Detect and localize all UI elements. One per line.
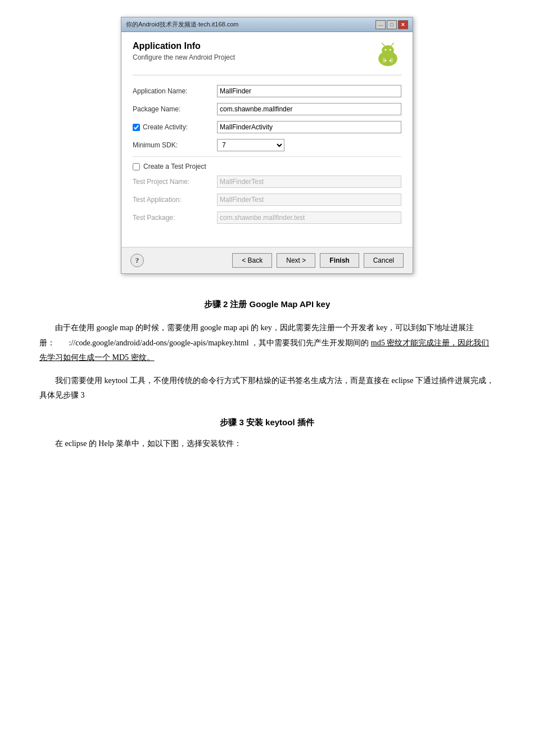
dialog-header: Application Info Configure the new Andro… — [133, 41, 401, 75]
dialog-wrapper: 你的Android技术开发频道·tech.it168.com — □ ✕ App… — [22, 17, 512, 274]
svg-point-9 — [390, 49, 391, 51]
package-name-input[interactable] — [217, 103, 401, 115]
dialog-title: 你的Android技术开发频道·tech.it168.com — [126, 20, 239, 29]
test-project-name-input[interactable] — [217, 176, 401, 188]
test-package-input[interactable] — [217, 212, 401, 224]
spacer — [133, 229, 401, 238]
package-name-label: Package Name: — [133, 105, 217, 113]
step2-underline-text: md5 密纹才能完成注册，因此我们先学习如何生成一个 MD5 密纹。 — [39, 339, 489, 362]
step2-para1-text: 由于在使用 google map 的时候，需要使用 google map api… — [39, 323, 489, 362]
create-test-row: Create a Test Project — [133, 163, 401, 170]
next-button[interactable]: Next > — [277, 253, 315, 268]
dialog-title-heading: Application Info — [133, 41, 235, 51]
test-application-label: Test Application: — [133, 196, 217, 204]
min-sdk-select[interactable]: 7 8 9 10 — [217, 139, 284, 151]
dialog-header-text: Application Info Configure the new Andro… — [133, 41, 235, 61]
app-name-label: Application Name: — [133, 87, 217, 95]
svg-line-10 — [382, 43, 384, 46]
finish-button[interactable]: Finish — [320, 253, 359, 268]
test-application-input[interactable] — [217, 194, 401, 206]
svg-point-7 — [382, 45, 394, 56]
step2-heading: 步骤 2 注册 Google Map API key — [39, 296, 495, 312]
app-name-row: Application Name: — [133, 84, 401, 98]
package-name-row: Package Name: — [133, 102, 401, 116]
svg-rect-1 — [379, 55, 382, 61]
svg-point-6 — [390, 60, 391, 61]
create-activity-input[interactable] — [217, 121, 401, 133]
svg-point-8 — [384, 49, 386, 51]
close-button[interactable]: ✕ — [398, 20, 408, 29]
dialog-footer: ? < Back Next > Finish Cancel — [121, 247, 413, 273]
svg-point-5 — [384, 60, 386, 61]
test-package-label: Test Package: — [133, 214, 217, 222]
dialog-titlebar: 你的Android技术开发频道·tech.it168.com — □ ✕ — [121, 17, 413, 32]
create-activity-checkbox[interactable] — [133, 124, 140, 131]
step3-heading: 步骤 3 安装 keytool 插件 — [39, 415, 495, 430]
create-activity-row: Create Activity: — [133, 120, 401, 134]
titlebar-buttons: — □ ✕ — [375, 20, 408, 29]
divider-1 — [133, 156, 401, 157]
app-name-input[interactable] — [217, 85, 401, 97]
cancel-button[interactable]: Cancel — [364, 253, 404, 268]
test-project-name-label: Test Project Name: — [133, 178, 217, 186]
android-project-dialog: 你的Android技术开发频道·tech.it168.com — □ ✕ App… — [121, 17, 413, 274]
create-test-label: Create a Test Project — [143, 163, 206, 170]
min-sdk-label: Minimum SDK: — [133, 141, 217, 149]
help-button[interactable]: ? — [130, 254, 144, 267]
test-package-row: Test Package: — [133, 211, 401, 224]
restore-button[interactable]: □ — [387, 20, 397, 29]
create-activity-label: Create Activity: — [143, 123, 188, 131]
min-sdk-row: Minimum SDK: 7 8 9 10 — [133, 138, 401, 152]
test-project-name-row: Test Project Name: — [133, 175, 401, 188]
test-application-row: Test Application: — [133, 193, 401, 206]
step3-paragraph1: 在 eclipse 的 Help 菜单中，如以下图，选择安装软件： — [39, 436, 495, 452]
dialog-body: Application Info Configure the new Andro… — [121, 32, 413, 247]
minimize-button[interactable]: — — [375, 20, 386, 29]
svg-rect-2 — [394, 55, 397, 61]
step2-paragraph2: 我们需要使用 keytool 工具，不使用传统的命令行方式下那枯燥的证书签名生成… — [39, 374, 495, 403]
create-test-checkbox[interactable] — [133, 163, 140, 170]
android-logo-icon — [374, 41, 401, 68]
article-content: 步骤 2 注册 Google Map API key 由于在使用 google … — [22, 296, 512, 452]
svg-line-11 — [391, 43, 393, 46]
step2-paragraph1: 由于在使用 google map 的时候，需要使用 google map api… — [39, 321, 495, 366]
back-button[interactable]: < Back — [232, 253, 272, 268]
dialog-subtitle: Configure the new Android Project — [133, 53, 235, 61]
